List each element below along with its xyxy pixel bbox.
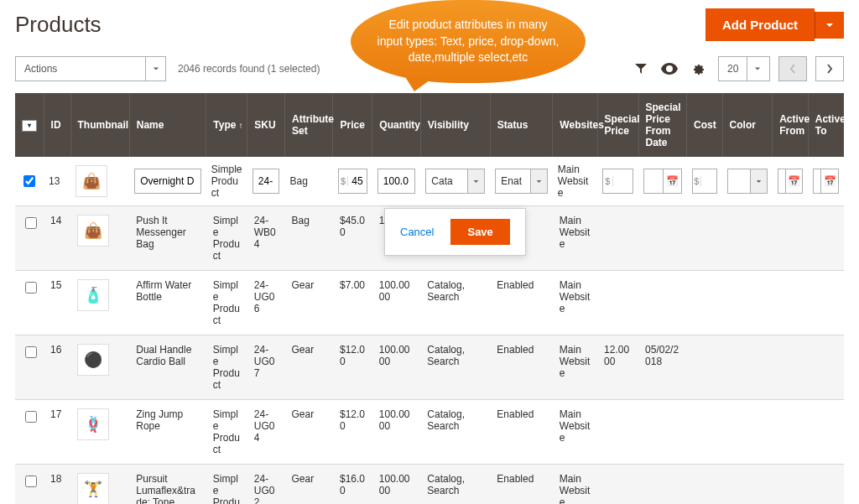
- cell-spdate: [638, 400, 686, 465]
- cell-price: $12.00: [333, 335, 372, 400]
- sort-arrow-icon: ↑: [238, 121, 242, 130]
- column-id[interactable]: ID: [44, 93, 70, 157]
- row-checkbox[interactable]: [25, 282, 37, 294]
- column-type[interactable]: Type↑: [206, 93, 247, 157]
- column-vis[interactable]: Visibility: [420, 93, 490, 157]
- name-input[interactable]: [134, 169, 201, 194]
- cell-price: $7.00: [333, 271, 372, 335]
- cell-chk: [15, 465, 44, 505]
- cell-sku: 24-UG02: [247, 465, 285, 505]
- qty-input[interactable]: [377, 169, 415, 194]
- cell-attrset: Gear: [284, 335, 332, 400]
- save-button[interactable]: Save: [450, 219, 509, 245]
- active-from-input[interactable]: 📅: [778, 169, 804, 194]
- price-input[interactable]: $: [338, 169, 367, 194]
- dollar-sign: $: [339, 176, 348, 186]
- filter-icon[interactable]: [633, 60, 649, 77]
- visibility-select[interactable]: Cata: [425, 169, 485, 194]
- column-status[interactable]: Status: [490, 93, 553, 157]
- select-all-dropdown[interactable]: ▾: [22, 120, 37, 132]
- cell-attrset: Gear: [284, 271, 332, 335]
- column-sku[interactable]: SKU: [247, 93, 285, 157]
- table-row[interactable]: 16⚫Dual Handle Cardio BallSimple Product…: [15, 335, 844, 400]
- product-thumbnail: 👜: [77, 215, 109, 247]
- cell-name: Affirm Water Bottle: [129, 271, 206, 335]
- chevron-down-icon[interactable]: [530, 169, 547, 193]
- row-checkbox[interactable]: [25, 346, 37, 358]
- column-cost[interactable]: Cost: [687, 93, 723, 157]
- prev-page-button[interactable]: [778, 56, 807, 81]
- chevron-down-icon[interactable]: [747, 57, 767, 81]
- column-thumb[interactable]: Thumbnail: [70, 93, 129, 157]
- cell-websites: Main Website: [553, 157, 597, 206]
- column-price[interactable]: Price: [333, 93, 372, 157]
- cell-price: $16.00: [333, 465, 372, 505]
- cell-afrom: [773, 335, 809, 400]
- column-afrom[interactable]: Active From: [773, 93, 809, 157]
- calendar-icon[interactable]: 📅: [785, 169, 803, 193]
- cell-afrom: [773, 400, 809, 465]
- product-thumbnail: ⚫: [77, 344, 109, 376]
- product-thumbnail: 🧴: [77, 279, 109, 311]
- chevron-down-icon[interactable]: [467, 169, 484, 193]
- product-thumbnail: 👜: [75, 165, 107, 197]
- column-spdate[interactable]: Special Price From Date: [638, 93, 686, 157]
- column-name[interactable]: Name: [129, 93, 206, 157]
- cell-type: Simple Product: [206, 271, 247, 335]
- cell-sprice: [597, 271, 638, 335]
- visibility-icon[interactable]: [661, 60, 678, 77]
- cost-input[interactable]: $: [692, 169, 718, 194]
- sku-input[interactable]: [252, 169, 280, 194]
- table-row[interactable]: 17🪢Zing Jump RopeSimple Product24-UG04Ge…: [15, 400, 844, 465]
- color-select[interactable]: [727, 169, 768, 194]
- special-price-input[interactable]: $: [602, 169, 633, 194]
- active-to-input[interactable]: 📅: [813, 169, 839, 194]
- cancel-link[interactable]: Cancel: [400, 226, 434, 238]
- calendar-icon[interactable]: 📅: [820, 169, 838, 193]
- row-checkbox[interactable]: [25, 217, 37, 229]
- cell-price: $12.00: [333, 400, 372, 465]
- special-price-date-input[interactable]: 📅: [643, 169, 681, 194]
- add-product-dropdown[interactable]: [815, 12, 844, 39]
- feature-callout: Edit product attributes in many input ty…: [351, 0, 586, 83]
- cell-chk: [15, 400, 44, 465]
- page-title: Products: [15, 12, 102, 38]
- calendar-icon[interactable]: 📅: [663, 169, 681, 193]
- product-thumbnail: 🪢: [77, 408, 109, 440]
- status-select[interactable]: Enat: [495, 169, 548, 194]
- cell-type: Simple Product: [206, 465, 247, 505]
- cell-id: 16: [44, 335, 70, 400]
- next-page-button[interactable]: [815, 56, 844, 81]
- column-web[interactable]: Websites: [553, 93, 597, 157]
- chevron-down-icon[interactable]: [145, 57, 165, 81]
- row-checkbox[interactable]: [23, 175, 35, 187]
- cell-thumb: 👜: [70, 206, 129, 271]
- cell-status: Enabled: [490, 465, 553, 505]
- cell-id: 18: [44, 465, 70, 505]
- cell-sprice: [597, 465, 638, 505]
- chevron-down-icon[interactable]: [750, 169, 767, 193]
- table-row[interactable]: 18🏋️Pursuit Lumaflex&trade; Tone BandSim…: [15, 465, 844, 505]
- mass-actions-select[interactable]: Actions: [15, 56, 166, 81]
- column-chk[interactable]: ▾: [15, 93, 44, 157]
- cell-web: Main Website: [553, 400, 597, 465]
- add-product-button[interactable]: Add Product: [705, 8, 815, 41]
- cell-id: 17: [44, 400, 70, 465]
- dollar-sign: $: [693, 176, 701, 186]
- product-thumbnail: 🏋️: [77, 473, 109, 504]
- gear-icon[interactable]: [690, 60, 706, 77]
- cell-web: Main Website: [553, 465, 597, 505]
- table-row[interactable]: 15🧴Affirm Water BottleSimple Product24-U…: [15, 271, 844, 335]
- column-color[interactable]: Color: [722, 93, 773, 157]
- cell-qty: 100.0000: [372, 465, 420, 505]
- column-ato[interactable]: Active To: [808, 93, 844, 157]
- cell-sprice: [597, 206, 638, 271]
- cell-web: Main Website: [553, 335, 597, 400]
- page-size-select[interactable]: 20: [718, 56, 770, 81]
- row-checkbox[interactable]: [25, 411, 37, 423]
- cell-sprice: [597, 400, 638, 465]
- cell-attrset: Gear: [284, 400, 332, 465]
- cell-cost: [687, 271, 723, 335]
- row-checkbox[interactable]: [25, 475, 37, 487]
- column-attrset[interactable]: Attribute Set: [284, 93, 332, 157]
